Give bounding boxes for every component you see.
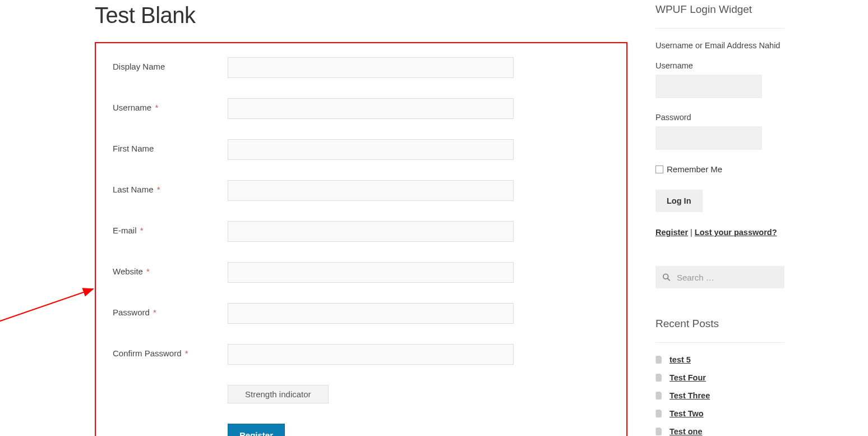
last-name-label: Last Name * bbox=[113, 180, 228, 194]
register-button[interactable]: Register bbox=[228, 424, 285, 436]
recent-post-link[interactable]: Test Three bbox=[670, 391, 710, 400]
recent-posts-list: test 5 Test Four Test Three Test Two Tes… bbox=[655, 355, 784, 436]
remember-me-checkbox[interactable] bbox=[655, 166, 663, 173]
login-username-input[interactable] bbox=[655, 75, 762, 98]
svg-point-2 bbox=[663, 274, 668, 279]
list-item: Test Three bbox=[655, 391, 784, 400]
list-item: test 5 bbox=[655, 355, 784, 364]
list-item: Test one bbox=[655, 427, 784, 436]
display-name-input[interactable] bbox=[228, 57, 514, 78]
document-icon bbox=[655, 356, 663, 364]
recent-post-link[interactable]: Test one bbox=[670, 427, 703, 436]
last-name-input[interactable] bbox=[228, 180, 514, 201]
email-input[interactable] bbox=[228, 221, 514, 242]
document-icon bbox=[655, 410, 663, 417]
login-intro-text: Username or Email Address Nahid bbox=[655, 41, 784, 50]
document-icon bbox=[655, 392, 663, 400]
divider bbox=[655, 28, 784, 29]
website-input[interactable] bbox=[228, 262, 514, 283]
document-icon bbox=[655, 428, 663, 435]
display-name-label: Display Name bbox=[113, 57, 228, 71]
document-icon bbox=[655, 374, 663, 382]
login-password-label: Password bbox=[655, 113, 784, 122]
email-label: E-mail * bbox=[113, 221, 228, 235]
svg-line-3 bbox=[667, 278, 670, 281]
login-button[interactable]: Log In bbox=[655, 190, 703, 212]
search-icon bbox=[662, 273, 671, 282]
search-input[interactable] bbox=[655, 266, 784, 288]
register-link[interactable]: Register bbox=[655, 228, 688, 237]
arrow-annotation-icon bbox=[0, 284, 104, 329]
sidebar: WPUF Login Widget Username or Email Addr… bbox=[655, 0, 784, 436]
recent-post-link[interactable]: test 5 bbox=[670, 355, 691, 364]
username-input[interactable] bbox=[228, 98, 514, 119]
search-widget bbox=[655, 266, 784, 288]
password-input[interactable] bbox=[228, 303, 514, 324]
list-item: Test Two bbox=[655, 409, 784, 418]
username-label: Username * bbox=[113, 98, 228, 112]
confirm-password-input[interactable] bbox=[228, 344, 514, 365]
recent-post-link[interactable]: Test Four bbox=[670, 373, 706, 382]
password-label: Password * bbox=[113, 303, 228, 317]
recent-post-link[interactable]: Test Two bbox=[670, 409, 704, 418]
password-strength-indicator: Strength indicator bbox=[228, 385, 329, 403]
first-name-label: First Name bbox=[113, 139, 228, 153]
website-label: Website * bbox=[113, 262, 228, 276]
main-content: Test Blank Display Name bbox=[84, 0, 627, 436]
svg-line-1 bbox=[0, 289, 93, 324]
registration-form: Display Name Username * First Name bbox=[95, 42, 627, 436]
login-password-input[interactable] bbox=[655, 126, 762, 150]
lost-password-link[interactable]: Lost your password? bbox=[695, 228, 777, 237]
remember-me-label: Remember Me bbox=[667, 164, 722, 174]
divider bbox=[655, 342, 784, 343]
recent-posts-title: Recent Posts bbox=[655, 318, 784, 330]
list-item: Test Four bbox=[655, 373, 784, 382]
confirm-password-label: Confirm Password * bbox=[113, 344, 228, 358]
page-title: Test Blank bbox=[95, 3, 627, 28]
login-links: Register | Lost your password? bbox=[655, 228, 784, 237]
first-name-input[interactable] bbox=[228, 139, 514, 160]
login-widget-title: WPUF Login Widget bbox=[655, 3, 784, 16]
login-username-label: Username bbox=[655, 61, 784, 70]
